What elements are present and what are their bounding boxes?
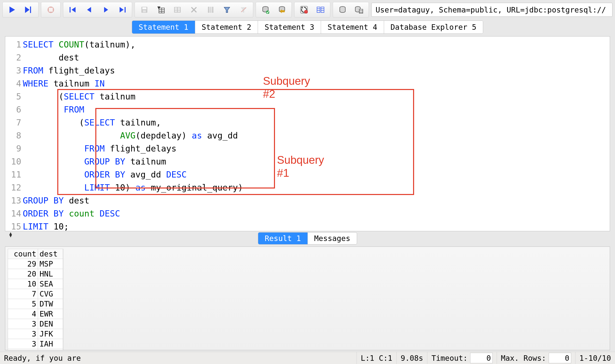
sql-editor[interactable]: 123456789101112131415 Subquery #2 Subque… (5, 36, 610, 231)
table-row[interactable]: 3ORD (8, 349, 63, 350)
subquery-1-label: Subquery #1 (277, 154, 324, 180)
subquery-2-label: Subquery #2 (263, 74, 310, 100)
table-row[interactable]: 7CVG (8, 289, 63, 299)
col-header-dest[interactable]: dest (38, 249, 63, 259)
autocommit-icon[interactable]: ! (296, 3, 312, 17)
tab-statement-1[interactable]: Statement 1 (132, 21, 195, 34)
connection-info[interactable]: User=dataguy, Schema=public, URL=jdbc:po… (371, 3, 612, 17)
prev-row-icon[interactable] (82, 3, 97, 17)
table-icon[interactable] (170, 3, 185, 17)
code-line-12[interactable]: LIMIT 10) as my_original_query) (23, 181, 243, 194)
columns-icon[interactable] (203, 3, 218, 17)
table-row[interactable]: 10SEA (8, 279, 63, 289)
svg-rect-12 (142, 7, 146, 9)
maxrows-input[interactable] (549, 353, 571, 363)
code-line-8[interactable]: AVG(depdelay) as avg_dd (23, 129, 243, 142)
stop-icon[interactable] (43, 3, 58, 17)
cell-count: 4 (8, 309, 38, 319)
splitter-arrows-icon: ▲▼ (9, 232, 12, 237)
svg-text:!: ! (305, 10, 306, 13)
code-line-11[interactable]: ORDER BY avg_dd DESC (23, 168, 243, 181)
toolbar-group-misc: ! (294, 2, 330, 18)
table-row[interactable]: 4EWR (8, 309, 63, 319)
commit-icon[interactable] (258, 3, 273, 17)
code-line-9[interactable]: FROM flight_delays (23, 142, 243, 155)
code-line-14[interactable]: ORDER BY count DESC (23, 207, 243, 220)
cell-dest: JFK (38, 329, 63, 339)
code-line-5[interactable]: (SELECT tailnum (23, 90, 243, 103)
code-line-7[interactable]: (SELECT tailnum, (23, 116, 243, 129)
code-line-6[interactable]: FROM (23, 103, 243, 116)
filter-icon[interactable] (219, 3, 234, 17)
svg-rect-10 (125, 7, 126, 12)
cell-dest: DEN (38, 319, 63, 329)
svg-rect-26 (210, 7, 211, 13)
tab-statement-4[interactable]: Statement 4 (321, 21, 384, 34)
table-row[interactable]: 29MSP (8, 259, 63, 269)
cell-dest: DTW (38, 299, 63, 309)
rollback-icon[interactable] (274, 3, 289, 17)
timeout-input[interactable] (470, 353, 493, 363)
code-line-10[interactable]: GROUP BY tailnum (23, 155, 243, 168)
cell-count: 7 (8, 289, 38, 299)
connection-text: User=dataguy, Schema=public, URL=jdbc:po… (376, 6, 606, 14)
code-line-3[interactable]: FROM flight_delays (23, 64, 243, 77)
tab-statement-3[interactable]: Statement 3 (258, 21, 321, 34)
last-row-icon[interactable] (115, 3, 130, 17)
maxrows-label: Max. Rows: (501, 354, 546, 362)
tab-statement-5[interactable]: Database Explorer 5 (384, 21, 483, 34)
svg-rect-39 (317, 7, 320, 12)
svg-rect-27 (212, 7, 213, 13)
table-row[interactable]: 3JFK (8, 329, 63, 339)
next-row-icon[interactable] (98, 3, 113, 17)
svg-marker-0 (10, 6, 15, 13)
status-bar: Ready, if you are L:1 C:1 9.08s Timeout:… (0, 352, 615, 364)
cell-dest: SEA (38, 279, 63, 289)
code-line-1[interactable]: SELECT COUNT(tailnum), (23, 38, 243, 51)
toolbar-group-edit (135, 2, 253, 18)
cell-dest: MSP (38, 259, 63, 269)
first-row-icon[interactable] (65, 3, 80, 17)
toolbar-group-run (3, 2, 39, 18)
status-message: Ready, if you are (0, 352, 357, 364)
svg-marker-36 (301, 6, 303, 8)
export-grid-icon[interactable] (153, 3, 168, 17)
code-line-4[interactable]: WHERE tailnum IN (23, 77, 243, 90)
cell-count: 20 (8, 269, 38, 279)
svg-marker-9 (120, 7, 124, 12)
table-row[interactable]: 20HNL (8, 269, 63, 279)
explain-icon[interactable] (313, 3, 328, 17)
workarea: 123456789101112131415 Subquery #2 Subque… (0, 34, 615, 352)
code-line-13[interactable]: GROUP BY dest (23, 194, 243, 207)
code-line-2[interactable]: dest (23, 51, 243, 64)
svg-marker-7 (87, 7, 91, 12)
svg-rect-47 (359, 9, 363, 13)
code-lines[interactable]: Subquery #2 Subquery #1 SELECT COUNT(tai… (23, 36, 243, 233)
cell-dest: EWR (38, 309, 63, 319)
maxrows-section: Max. Rows: (497, 352, 575, 364)
cell-count: 5 (8, 299, 38, 309)
editor-result-splitter[interactable]: ▲▼ (5, 233, 610, 236)
run-icon[interactable] (5, 3, 20, 17)
result-panel: countdest29MSP20HNL10SEA7CVG5DTW4EWR3DEN… (5, 246, 610, 350)
toolbar-group-txn (256, 2, 292, 18)
code-line-15[interactable]: LIMIT 10; (23, 220, 243, 233)
svg-marker-1 (25, 6, 30, 13)
svg-marker-6 (72, 7, 76, 12)
col-header-count[interactable]: count (8, 249, 38, 259)
run-cursor-icon[interactable] (21, 3, 36, 17)
table-row[interactable]: 3IAH (8, 339, 63, 349)
save-icon[interactable] (137, 3, 152, 17)
table-row[interactable]: 3DEN (8, 319, 63, 329)
db-explore-icon[interactable] (352, 3, 367, 17)
table-row[interactable]: 5DTW (8, 299, 63, 309)
delete-row-icon[interactable] (186, 3, 201, 17)
cell-count: 3 (8, 329, 38, 339)
cell-count: 3 (8, 339, 38, 349)
clear-filter-icon[interactable] (236, 3, 251, 17)
tab-statement-2[interactable]: Statement 2 (195, 21, 258, 34)
svg-rect-42 (321, 7, 324, 12)
result-grid[interactable]: countdest29MSP20HNL10SEA7CVG5DTW4EWR3DEN… (8, 249, 63, 350)
cell-dest: CVG (38, 289, 63, 299)
db-icon[interactable] (335, 3, 350, 17)
